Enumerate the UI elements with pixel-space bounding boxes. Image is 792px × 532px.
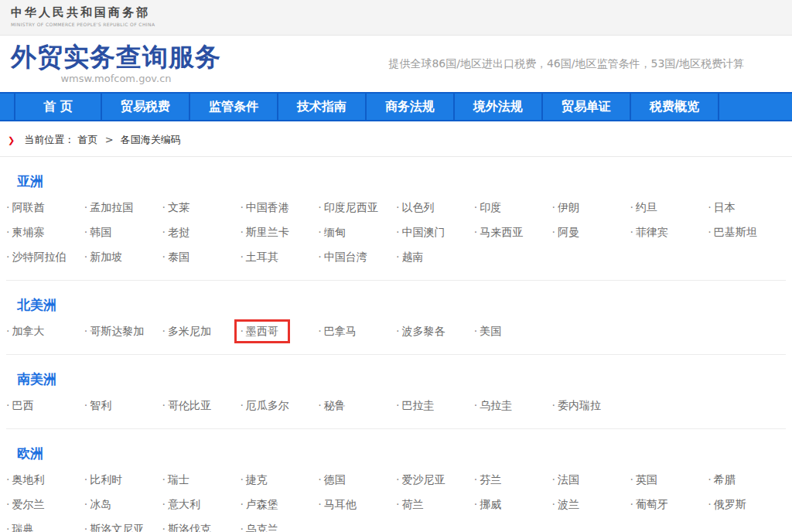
country-link[interactable]: ·智利 (84, 399, 162, 413)
country-link[interactable]: ·希腊 (708, 473, 786, 487)
country-link[interactable]: ·新加坡 (84, 251, 162, 264)
country-link[interactable]: ·巴基斯坦 (708, 226, 786, 240)
bullet-icon: · (318, 226, 321, 238)
nav-item-3[interactable]: 技术指南 (278, 94, 367, 120)
country-link[interactable]: ·哥伦比亚 (162, 399, 241, 413)
country-link[interactable]: ·意大利 (162, 498, 241, 512)
country-link[interactable]: ·冰岛 (84, 498, 162, 512)
country-link[interactable]: ·葡萄牙 (630, 498, 708, 512)
bullet-icon: · (396, 399, 399, 411)
country-link[interactable]: ·捷克 (240, 473, 318, 487)
country-link[interactable]: ·乌克兰 (240, 523, 318, 532)
country-link[interactable]: ·马来西亚 (474, 226, 552, 240)
country-name: 卢森堡 (246, 498, 278, 510)
country-link[interactable]: ·孟加拉国 (84, 201, 162, 215)
country-link[interactable]: ·乌拉圭 (474, 399, 552, 413)
country-name: 美国 (480, 325, 501, 337)
country-link[interactable]: ·阿曼 (552, 226, 630, 240)
country-name: 希腊 (714, 473, 736, 486)
country-link[interactable]: ·挪威 (474, 498, 552, 512)
bullet-icon: · (708, 201, 711, 213)
nav-item-5[interactable]: 境外法规 (455, 94, 543, 120)
country-link[interactable]: ·缅甸 (318, 226, 396, 240)
country-link[interactable]: ·芬兰 (474, 473, 552, 487)
country-link[interactable]: ·斯洛伐克 (162, 523, 241, 532)
country-link[interactable]: ·德国 (318, 473, 396, 487)
country-name: 巴西 (12, 399, 33, 411)
country-link[interactable]: ·秘鲁 (318, 399, 396, 413)
country-link[interactable]: ·老挝 (162, 226, 241, 240)
country-link[interactable]: ·斯里兰卡 (240, 226, 318, 240)
country-link[interactable]: ·多米尼加 (162, 325, 241, 339)
country-link[interactable]: ·中国澳门 (396, 226, 474, 240)
country-link[interactable]: ·爱沙尼亚 (396, 473, 474, 487)
main-nav: 首 页贸易税费监管条件技术指南商务法规境外法规贸易单证税费概览 (0, 92, 792, 121)
nav-item-6[interactable]: 贸易单证 (543, 94, 631, 120)
country-link[interactable]: ·约旦 (630, 201, 708, 215)
nav-item-2[interactable]: 监管条件 (190, 94, 278, 120)
bullet-icon: · (84, 251, 87, 263)
country-link[interactable]: ·伊朗 (552, 201, 630, 215)
country-link[interactable]: ·爱尔兰 (6, 498, 84, 512)
country-link[interactable]: ·美国 (474, 325, 552, 339)
country-link[interactable]: ·文莱 (162, 201, 241, 215)
country-name: 哥伦比亚 (168, 399, 211, 411)
country-link-highlighted[interactable]: ·墨西哥 (240, 325, 318, 339)
country-link[interactable]: ·荷兰 (396, 498, 474, 512)
continent-section-2: 南美洲·巴西·智利·哥伦比亚·厄瓜多尔·秘鲁·巴拉圭·乌拉圭·委内瑞拉 (6, 355, 786, 429)
country-link[interactable]: ·泰国 (162, 251, 241, 264)
country-link[interactable]: ·日本 (708, 201, 786, 215)
country-link[interactable]: ·厄瓜多尔 (240, 399, 318, 413)
country-link[interactable]: ·土耳其 (240, 251, 318, 264)
nav-item-7[interactable]: 税费概览 (631, 94, 719, 120)
nav-item-4[interactable]: 商务法规 (367, 94, 455, 120)
country-link[interactable]: ·英国 (630, 473, 708, 487)
country-link[interactable]: ·巴拿马 (318, 325, 396, 339)
country-link[interactable]: ·波兰 (552, 498, 630, 512)
country-link[interactable]: ·韩国 (84, 226, 162, 240)
country-link[interactable]: ·巴西 (6, 399, 84, 413)
breadcrumb-home-link[interactable]: 首页 (78, 134, 98, 145)
country-link[interactable]: ·印度 (474, 201, 552, 215)
country-link[interactable]: ·斯洛文尼亚 (84, 523, 162, 532)
nav-item-1[interactable]: 贸易税费 (102, 94, 190, 120)
country-link[interactable]: ·印度尼西亚 (318, 201, 396, 215)
country-link[interactable]: ·中国香港 (240, 201, 318, 215)
country-link[interactable]: ·法国 (552, 473, 630, 487)
country-name: 葡萄牙 (636, 498, 668, 510)
country-name: 法国 (558, 473, 579, 486)
country-link[interactable]: ·哥斯达黎加 (84, 325, 162, 339)
country-name: 瑞士 (168, 473, 189, 486)
bullet-icon: · (162, 399, 166, 411)
country-name: 英国 (636, 473, 657, 486)
breadcrumb: ❯ 当前位置： 首页 > 各国海关编码 (0, 121, 792, 157)
country-link[interactable]: ·委内瑞拉 (552, 399, 630, 413)
country-link[interactable]: ·俄罗斯 (708, 498, 786, 512)
country-link[interactable]: ·阿联酋 (6, 201, 84, 215)
country-name: 中国澳门 (401, 226, 445, 238)
country-link[interactable]: ·越南 (396, 251, 474, 264)
country-link[interactable]: ·以色列 (396, 201, 474, 215)
country-link[interactable]: ·菲律宾 (630, 226, 708, 240)
country-name: 德国 (324, 473, 346, 486)
country-link[interactable]: ·巴拉圭 (396, 399, 474, 413)
nav-item-0[interactable]: 首 页 (14, 94, 102, 120)
country-name: 日本 (714, 201, 736, 213)
country-name: 柬埔寨 (12, 226, 44, 238)
country-link[interactable]: ·奥地利 (6, 473, 84, 487)
country-link[interactable]: ·瑞士 (162, 473, 241, 487)
country-link[interactable]: ·柬埔寨 (6, 226, 84, 240)
country-link[interactable]: ·中国台湾 (318, 251, 396, 264)
country-link[interactable]: ·波多黎各 (396, 325, 474, 339)
country-link[interactable]: ·加拿大 (6, 325, 84, 339)
breadcrumb-separator: > (105, 134, 114, 145)
country-name: 泰国 (168, 251, 189, 263)
country-name: 俄罗斯 (714, 498, 746, 510)
country-link[interactable]: ·沙特阿拉伯 (6, 251, 84, 264)
country-link[interactable]: ·比利时 (84, 473, 162, 487)
country-link[interactable]: ·卢森堡 (240, 498, 318, 512)
country-link[interactable]: ·瑞典 (6, 523, 84, 532)
country-grid: ·奥地利·比利时·瑞士·捷克·德国·爱沙尼亚·芬兰·法国·英国·希腊·爱尔兰·冰… (6, 473, 786, 532)
bullet-icon: · (240, 523, 243, 532)
country-link[interactable]: ·马耳他 (318, 498, 396, 512)
